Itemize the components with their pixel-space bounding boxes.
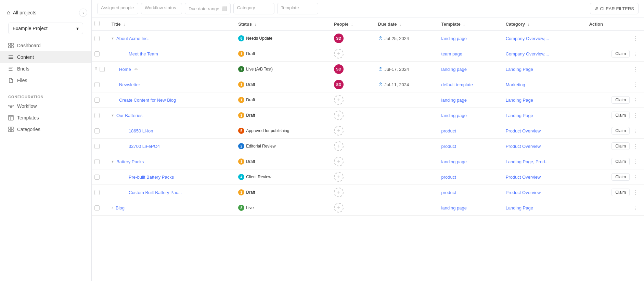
- row-more-button[interactable]: ⋮: [632, 96, 640, 104]
- title-link[interactable]: Meet the Team: [129, 51, 158, 56]
- row-more-button[interactable]: ⋮: [632, 189, 640, 196]
- all-projects-nav[interactable]: ⌂ All projects: [4, 7, 76, 18]
- due-date-range-filter[interactable]: Due date range ⬜: [185, 3, 231, 14]
- title-link[interactable]: Battery Packs: [116, 159, 144, 164]
- claim-button[interactable]: Claim: [611, 50, 630, 58]
- row-checkbox-cell[interactable]: [92, 200, 107, 216]
- title-link[interactable]: Home: [119, 67, 131, 72]
- due-date-column-header[interactable]: Due date ↓: [374, 17, 437, 31]
- row-checkbox[interactable]: [94, 205, 100, 210]
- row-checkbox-cell[interactable]: [92, 185, 107, 200]
- template-link[interactable]: product: [441, 144, 456, 149]
- claim-button[interactable]: Claim: [611, 189, 630, 196]
- row-checkbox-cell[interactable]: [92, 92, 107, 108]
- category-link[interactable]: Company Overview,...: [506, 51, 549, 56]
- category-link[interactable]: Landing Page: [506, 67, 533, 72]
- title-link[interactable]: Blog: [116, 205, 125, 210]
- category-filter[interactable]: Category: [233, 3, 274, 14]
- select-all-header[interactable]: [92, 17, 107, 31]
- row-checkbox-cell[interactable]: [92, 31, 107, 46]
- row-checkbox-cell[interactable]: [92, 154, 107, 169]
- template-link[interactable]: landing page: [441, 67, 467, 72]
- row-more-button[interactable]: ⋮: [632, 50, 640, 58]
- template-link[interactable]: product: [441, 128, 456, 133]
- row-checkbox[interactable]: [94, 128, 100, 133]
- nav-categories[interactable]: Categories: [0, 124, 91, 135]
- template-link[interactable]: landing page: [441, 113, 467, 118]
- nav-files[interactable]: Files: [0, 75, 91, 86]
- collapse-row-button[interactable]: ▾: [112, 159, 114, 164]
- title-link[interactable]: Create Content for New Blog: [119, 98, 176, 103]
- row-checkbox-cell[interactable]: [92, 46, 107, 62]
- clear-filters-button[interactable]: ↺ CLEAR FILTERS: [590, 3, 639, 14]
- title-link[interactable]: Newsletter: [119, 82, 140, 87]
- row-checkbox-cell[interactable]: [92, 123, 107, 139]
- row-checkbox[interactable]: [94, 159, 100, 164]
- nav-templates[interactable]: Templates: [0, 112, 91, 124]
- row-more-button[interactable]: ⋮: [632, 204, 640, 212]
- row-checkbox[interactable]: [94, 98, 100, 103]
- row-checkbox[interactable]: [94, 36, 100, 41]
- workflow-status-filter[interactable]: Workflow status: [141, 3, 182, 14]
- row-more-button[interactable]: ⋮: [632, 173, 640, 181]
- category-link[interactable]: Product Overview: [506, 190, 541, 195]
- category-link[interactable]: Landing Page: [506, 98, 533, 103]
- status-column-header[interactable]: Status ↕: [234, 17, 330, 31]
- row-checkbox[interactable]: [100, 67, 105, 72]
- row-checkbox[interactable]: [94, 175, 100, 180]
- category-link[interactable]: Company Overview,...: [506, 36, 549, 41]
- category-link[interactable]: Landing Page: [506, 205, 533, 210]
- category-link[interactable]: Landing Page, Prod...: [506, 159, 549, 164]
- row-more-button[interactable]: ⋮: [632, 112, 640, 119]
- drag-handle-icon[interactable]: ⠿: [94, 67, 98, 72]
- row-checkbox-cell[interactable]: [92, 169, 107, 185]
- title-link[interactable]: 32700 LiFePO4: [129, 144, 160, 149]
- row-checkbox[interactable]: [94, 113, 100, 118]
- category-column-header[interactable]: Category ↕: [502, 17, 585, 31]
- edit-title-icon[interactable]: ✏: [134, 67, 138, 72]
- title-link[interactable]: Pre-built Battery Packs: [129, 175, 174, 180]
- row-more-button[interactable]: ⋮: [632, 35, 640, 42]
- collapse-row-button[interactable]: ▾: [112, 113, 114, 118]
- row-checkbox[interactable]: [94, 51, 100, 56]
- claim-button[interactable]: Claim: [611, 112, 630, 119]
- select-all-checkbox[interactable]: [94, 21, 100, 26]
- collapse-row-button[interactable]: ▾: [112, 36, 114, 41]
- collapse-sidebar-button[interactable]: ‹: [79, 9, 87, 17]
- row-more-button[interactable]: ⋮: [632, 158, 640, 166]
- template-column-header[interactable]: Template ↕: [437, 17, 502, 31]
- template-link[interactable]: landing page: [441, 98, 467, 103]
- template-link[interactable]: landing page: [441, 159, 467, 164]
- title-link[interactable]: 18650 Li-ion: [129, 128, 153, 133]
- template-link[interactable]: product: [441, 175, 456, 180]
- claim-button[interactable]: Claim: [611, 173, 630, 181]
- nav-dashboard[interactable]: Dashboard: [0, 40, 91, 51]
- claim-button[interactable]: Claim: [611, 127, 630, 135]
- row-more-button[interactable]: ⋮: [632, 127, 640, 135]
- title-link[interactable]: Our Batteries: [116, 113, 143, 118]
- template-link[interactable]: team page: [441, 51, 462, 56]
- category-link[interactable]: Landing Page: [506, 113, 533, 118]
- row-checkbox-cell[interactable]: [92, 77, 107, 92]
- claim-button[interactable]: Claim: [611, 158, 630, 165]
- template-link[interactable]: product: [441, 190, 456, 195]
- row-checkbox-cell[interactable]: ⠿: [92, 62, 107, 77]
- claim-button[interactable]: Claim: [611, 96, 630, 104]
- template-link[interactable]: default template: [441, 82, 473, 87]
- title-link[interactable]: About Acme Inc.: [116, 36, 149, 41]
- template-link[interactable]: landing page: [441, 36, 467, 41]
- expand-row-button[interactable]: ›: [112, 205, 113, 210]
- row-more-button[interactable]: ⋮: [632, 81, 640, 89]
- category-link[interactable]: Product Overview: [506, 175, 541, 180]
- people-column-header[interactable]: People ↕: [330, 17, 374, 31]
- title-link[interactable]: Custom Built Battery Pac...: [129, 190, 182, 195]
- category-link[interactable]: Marketing: [506, 82, 525, 87]
- row-checkbox[interactable]: [94, 144, 100, 149]
- nav-briefs[interactable]: Briefs: [0, 63, 91, 75]
- template-filter[interactable]: Template: [277, 3, 318, 14]
- nav-content[interactable]: Content: [0, 51, 91, 63]
- category-link[interactable]: Product Overview: [506, 144, 541, 149]
- assigned-people-filter[interactable]: Assigned people: [97, 3, 138, 14]
- nav-workflow[interactable]: Workflow: [0, 100, 91, 112]
- row-checkbox-cell[interactable]: [92, 108, 107, 123]
